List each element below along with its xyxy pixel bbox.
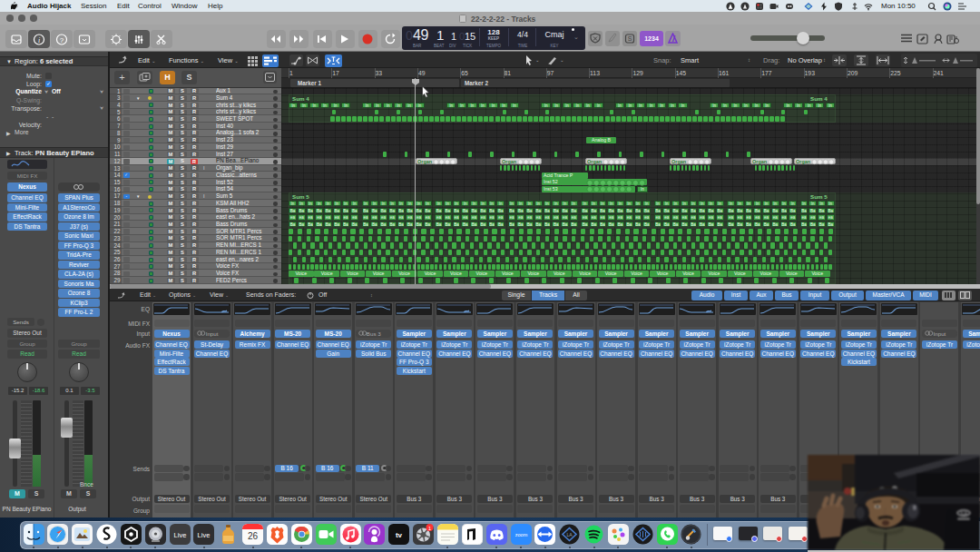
svg-text:Live: Live (198, 531, 211, 539)
svg-text:TLB: TLB (960, 512, 967, 517)
svg-text:LA: LA (567, 532, 573, 537)
svg-text:Live: Live (173, 531, 186, 539)
svg-text:tv: tv (396, 531, 403, 539)
svg-text:zoom: zoom (514, 532, 527, 537)
svg-text:26: 26 (248, 531, 259, 541)
svg-text:i: i (38, 36, 40, 44)
svg-text:?: ? (60, 36, 64, 44)
svg-text:1: 1 (428, 526, 431, 531)
svg-text:S: S (628, 35, 632, 42)
